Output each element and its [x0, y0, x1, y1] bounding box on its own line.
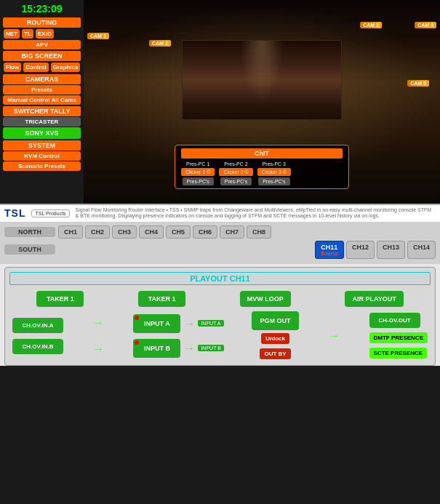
north-label: NORTH — [4, 227, 55, 237]
tsl-tagline: Signal Flow Monitoring Router Interface … — [76, 207, 436, 220]
left-inputs: CH.OV.IN.A CH.OV.IN.B — [12, 318, 63, 354]
cam3-label: CAM 3 — [360, 22, 382, 28]
input-a-red-dot — [135, 316, 139, 320]
routing-header: ROUTING — [3, 17, 81, 28]
input-b-red-dot — [135, 340, 139, 345]
sony-xvs-btn[interactable]: SONY XVS — [3, 127, 81, 139]
kvm-control-btn[interactable]: KVM Control — [3, 151, 81, 161]
input-b-label: INPUT B — [198, 345, 224, 351]
playout-area: PLAYOUT CH11 TAKER 1 TAKER 1 MVW LOOP AI… — [4, 267, 436, 366]
arrow-input-a: → — [183, 317, 195, 330]
cameras-header: CAMERAS — [3, 74, 81, 84]
cam4-label: CAM 4 — [415, 22, 436, 28]
exio-btn[interactable]: EXIO — [36, 29, 54, 39]
big-screen-header: BIG SCREEN — [3, 51, 81, 61]
sidebar: 15:23:09 ROUTING NET TL EXIO APV BIG SCR… — [0, 0, 84, 204]
manual-control-btn[interactable]: Manual Control All Cams — [3, 95, 81, 105]
input-a-label: INPUT A — [198, 320, 223, 327]
ch8-btn[interactable]: CH8 — [247, 225, 271, 239]
air-playout-box[interactable]: AIR PLAYOUT — [345, 291, 403, 307]
ch-ov-in-b-box[interactable]: CH.OV.IN.B — [12, 339, 63, 354]
flow-top-row: TAKER 1 TAKER 1 MVW LOOP AIR PLAYOUT — [9, 291, 431, 307]
clicker2-btn[interactable]: Clicker 2 © — [219, 168, 252, 176]
mvw-loop-box[interactable]: MVW LOOP — [240, 291, 291, 307]
arrow-input-b: → — [183, 342, 195, 355]
tsl-logo: TSL — [4, 207, 25, 219]
ch7-btn[interactable]: CH7 — [220, 225, 244, 239]
ch-ov-out-box[interactable]: CH-OV.OUT — [369, 313, 420, 328]
clicker3-btn[interactable]: Clicker 3 © — [257, 168, 291, 176]
system-header: SYSTEM — [3, 140, 81, 151]
center-inputs: INPUT A → INPUT A INPUT B → INPUT B — [133, 314, 224, 358]
playout-title: PLAYOUT CH11 — [9, 272, 431, 285]
middle-layout: CH.OV.IN.A CH.OV.IN.B → → INPUT A → INPU… — [9, 311, 431, 361]
pres-pc1-label: Pres-PC 1 — [186, 161, 209, 167]
graphics-btn[interactable]: Graphics — [51, 63, 81, 72]
dmtf-presence-badge: DMTF PRESENCE — [369, 332, 428, 343]
flow-btn[interactable]: Flow — [4, 63, 21, 72]
time-display: 15:23:09 — [3, 1, 81, 16]
net-btn[interactable]: NET — [4, 29, 20, 39]
cam1-label: CAM 1 — [87, 33, 109, 39]
left-arrows: → → — [91, 316, 105, 356]
pres-pc2-label: Pres-PC 2 — [224, 161, 247, 167]
input-b-box[interactable]: INPUT B — [133, 339, 180, 358]
unlock-btn[interactable]: Unlock — [261, 333, 289, 344]
tsl-header: TSL TSL Products Signal Flow Monitoring … — [0, 205, 440, 223]
pgm-out-box[interactable]: PGM OUT — [252, 311, 299, 330]
outby-btn[interactable]: OUT BY — [260, 348, 290, 359]
clicker1-btn[interactable]: Clicker 1 © — [181, 168, 215, 176]
right-outputs: CH-OV.OUT DMTF PRESENCE SCTE PRESENCE — [369, 313, 428, 359]
ch6-btn[interactable]: CH6 — [193, 225, 217, 239]
ch11-btn[interactable]: CH11 Source — [315, 241, 344, 259]
arrow-right-b: → — [92, 343, 104, 356]
scte-presence-badge: SCTE PRESENCE — [369, 348, 428, 359]
ch1-btn[interactable]: CH1 — [58, 225, 83, 239]
presenter-title: ChIT — [181, 148, 343, 159]
ch2-btn[interactable]: CH2 — [85, 225, 110, 239]
pres-pc3-btn[interactable]: Pres-PC's — [258, 177, 289, 185]
ch4-btn[interactable]: CH4 — [139, 225, 164, 239]
switcher-tally-header: SWITCHER TALLY — [3, 106, 81, 116]
presenter-grid: Pres-PC 1 Clicker 1 © Pres-PC's Pres-PC … — [181, 161, 343, 185]
pres-pc1-btn[interactable]: Pres-PC's — [183, 177, 214, 185]
bottom-section: TSL TSL Products Signal Flow Monitoring … — [0, 204, 440, 366]
pres-pc2-btn[interactable]: Pres-PC's — [220, 177, 252, 185]
tl-btn[interactable]: TL — [22, 29, 33, 39]
ch3-btn[interactable]: CH3 — [112, 225, 137, 239]
pres-pc3-label: Pres-PC 3 — [263, 161, 286, 167]
ch13-btn[interactable]: CH13 — [377, 241, 405, 259]
stage-area: CAM 1 CAM 2 CAM 3 CAM 4 CAM 5 ChIT Pres-… — [84, 0, 440, 204]
ch-ov-in-a-box[interactable]: CH.OV.IN.A — [12, 318, 63, 333]
presenter-panel: ChIT Pres-PC 1 Clicker 1 © Pres-PC's Pre… — [175, 145, 349, 189]
ch14-btn[interactable]: CH14 — [407, 241, 436, 259]
arrow-pgm-out: → — [328, 329, 340, 343]
ch11-sublabel: Source — [321, 251, 338, 256]
cam2-label: CAM 2 — [149, 40, 171, 47]
ch5-btn[interactable]: CH5 — [166, 225, 191, 239]
top-section: 15:23:09 ROUTING NET TL EXIO APV BIG SCR… — [0, 0, 440, 204]
taker1b-box[interactable]: TAKER 1 — [138, 291, 185, 307]
scenario-presets-btn[interactable]: Scenario Presets — [3, 161, 81, 171]
input-a-box[interactable]: INPUT A — [133, 314, 180, 333]
ch12-btn[interactable]: CH12 — [346, 241, 375, 259]
pgm-out-section: PGM OUT Unlock OUT BY — [252, 311, 299, 361]
south-label: SOUTH — [4, 244, 55, 255]
tsl-products-badge: TSL Products — [31, 209, 69, 217]
control-btn[interactable]: Control — [23, 63, 48, 72]
cam5-label: CAM 5 — [407, 80, 429, 87]
arrow-right-a: → — [92, 316, 104, 329]
presets-btn[interactable]: Presets — [3, 85, 81, 95]
channel-area: NORTH CH1 CH2 CH3 CH4 CH5 CH6 CH7 CH8 SO… — [0, 223, 440, 264]
taker1a-box[interactable]: TAKER 1 — [36, 291, 84, 307]
tricaster-btn[interactable]: TRICASTER — [3, 117, 81, 127]
apv-btn[interactable]: APV — [3, 40, 81, 49]
